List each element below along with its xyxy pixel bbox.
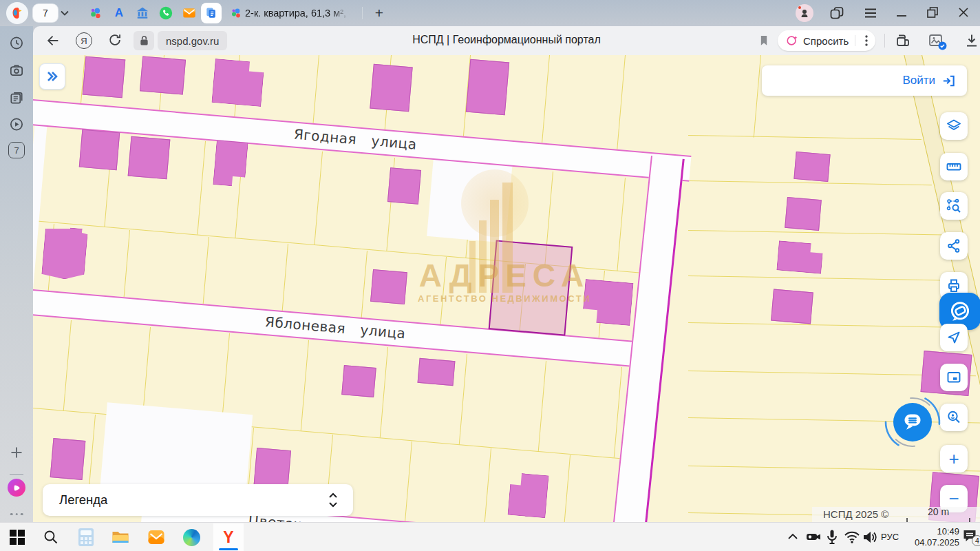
legend-panel[interactable]: Легенда: [43, 484, 353, 516]
share-button[interactable]: [940, 232, 968, 260]
bookmark-icon[interactable]: [757, 33, 771, 48]
taskbar-mail-icon[interactable]: [147, 529, 165, 545]
watermark-subtitle: АГЕНТСТВО НЕДВИЖИМОСТИ: [391, 293, 618, 304]
profile-avatar[interactable]: [796, 4, 813, 22]
building-footprint: [771, 289, 813, 324]
parcel-boundary-line: [617, 55, 626, 152]
screenshot-tool-icon[interactable]: [928, 32, 944, 49]
pinned-tab-docs-active[interactable]: [201, 3, 222, 23]
map-canvas[interactable]: Ягодная улица Яблоневая улица Цветочная …: [33, 55, 980, 522]
overview-map-button[interactable]: [940, 364, 968, 391]
refresh-button[interactable]: [107, 32, 122, 48]
measure-button[interactable]: [940, 153, 968, 180]
parcel-boundary-line: [314, 152, 323, 245]
navigation-arrow-icon: [946, 329, 962, 346]
active-tab-title[interactable]: 2-к. квартира, 61,3 м², 4/1: [245, 8, 350, 19]
zoom-in-glyph: +: [948, 450, 959, 468]
chat-bubble-icon: [901, 411, 924, 433]
chat-button[interactable]: [893, 403, 932, 441]
minimize-button[interactable]: [896, 8, 907, 18]
ask-ai-button[interactable]: Спросить: [778, 30, 875, 51]
taskbar-yandex-browser-active[interactable]: Y: [213, 523, 244, 551]
tray-webcam-icon[interactable]: [805, 530, 822, 544]
chat-widget[interactable]: [882, 392, 943, 453]
browser-logo-icon[interactable]: [6, 2, 28, 24]
parcel-boundary-line: [459, 354, 468, 445]
video-icon[interactable]: [9, 116, 25, 132]
road-vertical-boundary: [612, 156, 685, 522]
object-search-button[interactable]: [940, 192, 968, 220]
parcel-boundary-line: [538, 361, 547, 452]
print-icon: [946, 278, 962, 294]
tab-counter-button[interactable]: 7: [33, 4, 58, 22]
tabs-dropdown-icon[interactable]: [61, 10, 69, 16]
pinned-tab-mail-icon[interactable]: [180, 4, 198, 22]
pinned-tab-a-icon[interactable]: A: [110, 4, 128, 22]
parcel-boundary-line: [63, 320, 72, 411]
login-button[interactable]: Войти: [762, 65, 967, 96]
taskbar-explorer-icon[interactable]: [111, 529, 129, 545]
parcel-boundary-line: [688, 322, 965, 328]
add-panel-icon[interactable]: [9, 445, 24, 460]
collapse-chevrons-icon[interactable]: [328, 492, 338, 508]
tray-expand-icon[interactable]: [787, 533, 798, 540]
tray-notifications-icon[interactable]: 4: [962, 529, 977, 543]
articles-icon[interactable]: [9, 90, 25, 105]
back-button[interactable]: [45, 33, 61, 48]
zoom-out-glyph: −: [948, 490, 959, 508]
taskbar-edge-icon[interactable]: [183, 529, 200, 546]
building-footprint: [370, 64, 412, 112]
street-label: Яблоневая улица: [264, 313, 406, 342]
tray-clock[interactable]: 10:49 04.07.2025: [899, 526, 959, 548]
expand-sidebar-button[interactable]: [39, 63, 65, 90]
tab-panels-icon[interactable]: [830, 7, 844, 19]
scale-bar: 20 m: [906, 506, 970, 522]
history-icon[interactable]: [9, 35, 25, 51]
close-button[interactable]: [958, 7, 969, 18]
tray-language[interactable]: РУС: [881, 532, 899, 542]
taskbar-search-icon[interactable]: [43, 529, 59, 545]
yandex-browser-glyph: Y: [223, 528, 233, 547]
yandex-search-icon[interactable]: Я: [76, 32, 92, 49]
parcel-boundary-line: [380, 347, 389, 438]
layers-button[interactable]: [940, 112, 968, 140]
share-icon: [946, 238, 962, 254]
pinned-a-glyph: A: [115, 6, 123, 20]
ask-more-icon[interactable]: [862, 34, 871, 47]
start-button[interactable]: [10, 530, 25, 545]
collections-icon[interactable]: [895, 32, 911, 49]
zoom-in-button[interactable]: +: [940, 445, 968, 472]
search-by-location-button[interactable]: [940, 404, 968, 431]
ruler-icon: [946, 158, 962, 175]
tab-divider: [362, 7, 363, 19]
parcel-boundary-line: [197, 141, 206, 235]
new-tab-button[interactable]: +: [370, 4, 388, 22]
url-field[interactable]: nspd.gov.ru: [158, 31, 227, 50]
tray-microphone-icon[interactable]: [826, 529, 838, 545]
map-attribution: НСПД 2025 ©: [823, 508, 888, 520]
downloads-icon[interactable]: [963, 32, 980, 49]
alice-assistant-icon[interactable]: [8, 479, 25, 497]
menu-icon[interactable]: [864, 8, 877, 18]
parcel-boundary-line: [688, 276, 954, 281]
locate-button[interactable]: [940, 324, 968, 351]
parcel-boundary-line: [142, 327, 151, 418]
tabs-badge[interactable]: 7: [8, 142, 25, 158]
building-footprint: [211, 59, 264, 107]
sidebar-more-icon[interactable]: [9, 506, 25, 518]
parcel-boundary-line: [688, 466, 980, 472]
building-footprint: [50, 438, 86, 480]
pinned-tab-bank-icon[interactable]: [134, 4, 151, 22]
building-footprint: [785, 197, 822, 231]
pinned-tab-whatsapp-icon[interactable]: [157, 4, 175, 22]
tray-date: 04.07.2025: [899, 537, 959, 548]
parcel-boundary-line: [688, 180, 932, 186]
taskbar-calculator-icon[interactable]: [77, 528, 95, 547]
site-security-badge[interactable]: [134, 31, 154, 50]
tray-wifi-icon[interactable]: [844, 530, 860, 544]
desktop: 7 A 2-к. квартира, 61,3 м², 4/1 +: [0, 0, 980, 551]
tray-volume-icon[interactable]: [862, 530, 878, 545]
screenshot-icon[interactable]: [9, 63, 25, 79]
pinned-tab-services-icon[interactable]: [87, 4, 105, 22]
restore-button[interactable]: [926, 6, 939, 19]
